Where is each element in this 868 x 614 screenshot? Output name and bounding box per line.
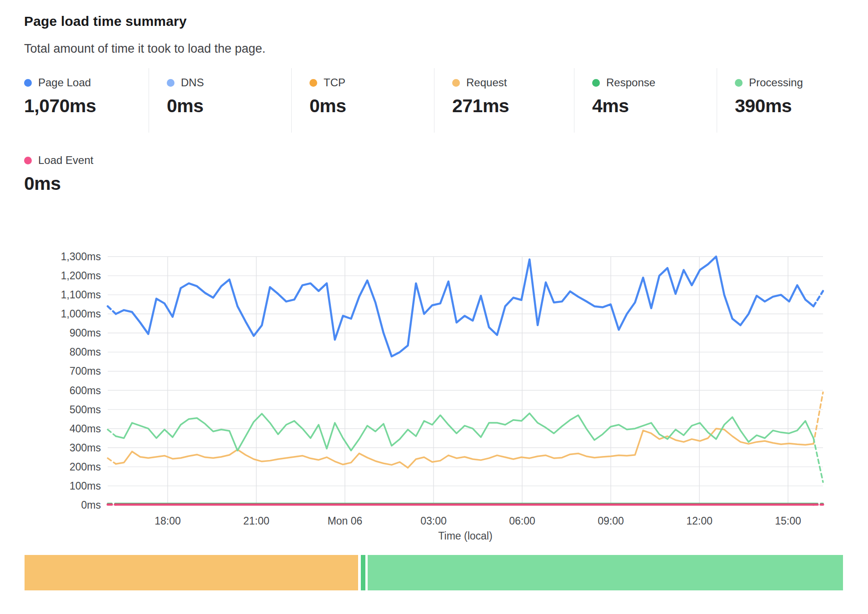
- y-axis-tick-label: 900ms: [70, 327, 101, 339]
- legend-item-tcp[interactable]: TCP0ms: [309, 76, 432, 117]
- metric-label: Response: [606, 76, 655, 89]
- legend-item-load-event[interactable]: Load Event0ms: [24, 154, 147, 194]
- x-axis-tick-label: 18:00: [155, 515, 181, 527]
- legend-item-response[interactable]: Response4ms: [592, 76, 715, 117]
- metric-value: 1,070ms: [24, 95, 147, 117]
- y-axis-tick-label: 600ms: [70, 385, 101, 396]
- column-divider: [574, 68, 574, 133]
- metric-dot-icon: [309, 79, 317, 87]
- y-axis-tick-label: 200ms: [70, 461, 101, 473]
- bar-processing-segment: [368, 555, 843, 590]
- x-axis-tick-label: Mon 06: [328, 515, 363, 527]
- metric-dot-icon: [167, 79, 175, 87]
- metric-label: Page Load: [38, 76, 91, 89]
- y-axis-tick-label: 0ms: [81, 499, 101, 511]
- page-title: Page load time summary: [24, 14, 187, 29]
- y-axis-tick-label: 1,200ms: [61, 270, 101, 282]
- y-axis-tick-label: 800ms: [70, 346, 101, 358]
- y-axis-tick-label: 300ms: [70, 442, 101, 454]
- column-divider: [149, 68, 149, 133]
- column-divider: [291, 68, 292, 133]
- bar-divider-segment: [361, 555, 365, 590]
- metric-dot-icon: [24, 79, 32, 87]
- metric-label: TCP: [324, 76, 345, 89]
- legend-item-request[interactable]: Request271ms: [452, 76, 575, 117]
- x-axis-tick-label: 09:00: [598, 515, 624, 527]
- page-load-summary-panel: Page load time summary Total amount of t…: [0, 0, 868, 614]
- x-axis-tick-label: 12:00: [686, 515, 713, 527]
- timeline-bar: [25, 555, 843, 590]
- y-axis-tick-label: 1,000ms: [61, 308, 101, 320]
- column-divider: [717, 68, 717, 133]
- metric-dot-icon: [592, 79, 600, 87]
- y-axis-tick-label: 400ms: [70, 423, 101, 435]
- x-axis-tick-label: 21:00: [243, 515, 269, 527]
- bar-request-segment: [25, 555, 358, 590]
- series-request-dash-start: [108, 458, 116, 464]
- legend-item-processing[interactable]: Processing390ms: [735, 76, 858, 117]
- series-page-load: [116, 257, 813, 357]
- series-processing: [116, 413, 813, 451]
- metric-value: 4ms: [592, 95, 715, 117]
- metric-dot-icon: [735, 79, 743, 87]
- series-page-load-dash-start: [108, 306, 116, 314]
- y-axis-tick-label: 1,300ms: [61, 251, 101, 262]
- y-axis-tick-label: 100ms: [70, 480, 101, 492]
- series-request: [116, 429, 813, 468]
- metric-value: 0ms: [167, 95, 289, 117]
- y-axis-tick-label: 700ms: [70, 365, 101, 377]
- page-subtitle: Total amount of time it took to load the…: [24, 42, 265, 56]
- metric-value: 0ms: [24, 173, 147, 194]
- load-time-chart[interactable]: 0ms100ms200ms300ms400ms500ms600ms700ms80…: [0, 195, 868, 555]
- x-axis-tick-label: 06:00: [509, 515, 535, 527]
- x-axis-tick-label: 15:00: [775, 515, 801, 527]
- metric-label: Load Event: [38, 154, 93, 167]
- y-axis-tick-label: 1,100ms: [61, 289, 101, 301]
- metric-value: 0ms: [309, 95, 432, 117]
- legend-item-page-load[interactable]: Page Load1,070ms: [24, 76, 147, 117]
- metric-label: Request: [466, 76, 507, 89]
- x-axis-title: Time (local): [438, 530, 492, 542]
- x-axis-tick-label: 03:00: [420, 515, 447, 527]
- metric-label: Processing: [749, 76, 803, 89]
- series-processing-dash-start: [108, 430, 116, 436]
- legend-item-dns[interactable]: DNS0ms: [167, 76, 289, 117]
- metric-label: DNS: [181, 76, 204, 89]
- series-processing-dash-end: [813, 438, 823, 482]
- y-axis-tick-label: 500ms: [70, 404, 101, 416]
- metric-value: 390ms: [735, 95, 858, 117]
- series-page-load-dash-end: [813, 291, 823, 307]
- column-divider: [434, 68, 434, 133]
- series-request-dash-end: [813, 392, 823, 444]
- metric-dot-icon: [24, 157, 32, 164]
- metric-dot-icon: [452, 79, 460, 87]
- metric-value: 271ms: [452, 95, 575, 117]
